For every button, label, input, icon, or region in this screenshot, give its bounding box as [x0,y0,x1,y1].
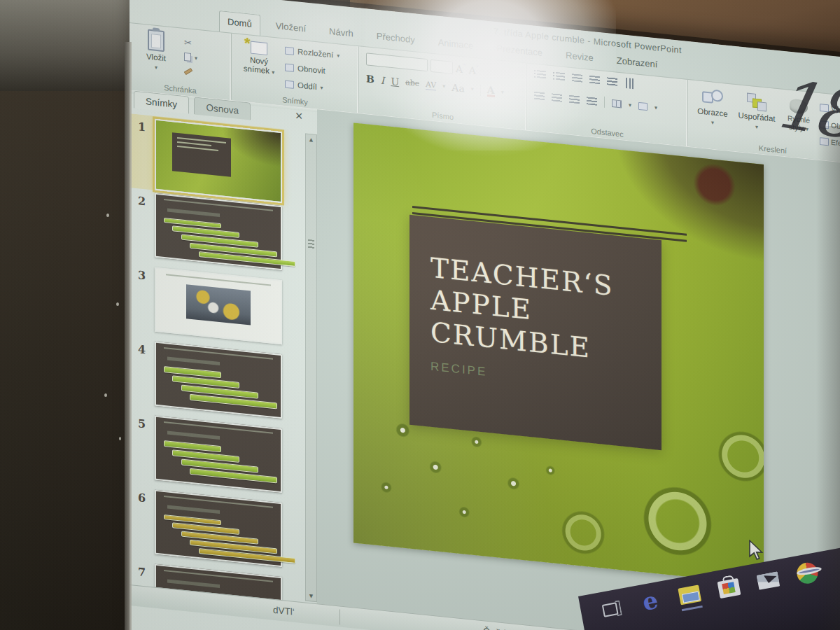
reset-icon [285,63,294,71]
format-painter-icon [184,68,193,75]
format-painter-button[interactable] [184,69,192,74]
slide-thumbnail[interactable] [155,119,282,203]
bold-button[interactable]: B [366,73,374,85]
numbering-icon[interactable] [553,71,565,80]
scrollbar-grip[interactable] [308,239,314,250]
chrome-icon[interactable] [795,561,820,585]
mouse-cursor [748,540,766,563]
slide-canvas[interactable]: TEACHER‘S APPLE CRUMBLE RECIPE [354,123,764,585]
status-fragment: dVTl‘ [273,605,295,617]
ribbon-group-clipboard: Vložit▾ ✂ ▾ Schránka [130,23,232,101]
slide-thumbnail[interactable] [155,267,282,344]
justify-icon[interactable] [587,97,597,106]
divider [604,97,605,108]
copy-button[interactable]: ▾ [184,52,197,62]
scroll-down-icon[interactable]: ▼ [306,592,316,601]
font-size-combobox[interactable] [430,59,453,74]
copy-icon [184,52,191,62]
slide-thumbnail[interactable] [155,416,282,493]
slide-thumbnail[interactable] [155,342,282,419]
wall-speck [104,393,107,397]
text-direction-icon[interactable] [626,78,634,89]
wall-speck [119,437,121,440]
align-left-icon[interactable] [534,91,545,100]
divider [480,84,481,95]
title-placeholder[interactable]: TEACHER‘S APPLE CRUMBLE RECIPE [410,215,662,451]
edge-icon[interactable]: e [638,590,663,615]
paste-icon [148,29,164,52]
bullets-icon[interactable] [534,70,546,79]
section-icon [285,80,294,88]
line-spacing-icon[interactable] [607,77,617,86]
mail-icon[interactable] [757,572,780,590]
paste-button[interactable]: Vložit▾ [136,28,176,73]
screen-frame-edge [125,42,132,630]
language-indicator[interactable]: Čeština [483,626,517,630]
layout-button[interactable]: Rozložení▾ [285,46,340,60]
slide-number: 5 [138,416,146,430]
smartart-convert-icon[interactable] [638,102,648,110]
increase-indent-icon[interactable] [589,76,600,85]
scroll-up-icon[interactable]: ▲ [306,136,316,144]
shrink-font-button[interactable]: A [469,64,479,76]
slide-thumbnail[interactable] [155,193,282,270]
slide-number: 4 [138,342,146,356]
slide-editor: TEACHER‘S APPLE CRUMBLE RECIPE [317,109,840,630]
italic-button[interactable]: I [381,74,385,86]
underline-button[interactable]: U [391,75,399,87]
slide-number: 2 [138,194,146,208]
slides-panel: Snímky Osnova ✕ 1234567 ▲ ▼ [130,90,317,603]
new-slide-button[interactable]: * Nový snímek ▾ [237,40,281,77]
wall-speck [116,302,119,306]
divider [340,609,340,624]
shapes-icon [702,88,723,107]
slide-thumbnail-list: 1234567 [130,113,300,602]
slide-number: 6 [138,491,146,505]
task-view-icon[interactable] [599,597,624,622]
grow-font-button[interactable]: A [456,62,466,75]
align-center-icon[interactable] [552,93,562,102]
panel-scrollbar[interactable]: ▲ ▼ [305,133,317,602]
wall-speck [106,214,109,217]
shapes-button[interactable]: Obrazce▾ [692,88,733,128]
font-color-button[interactable]: A [487,85,495,97]
decrease-indent-icon[interactable] [572,74,582,83]
strikethrough-button[interactable]: abc [405,78,419,88]
cut-button[interactable]: ✂ [184,37,192,48]
align-right-icon[interactable] [569,94,580,104]
slide-photo-content [186,284,251,326]
reset-button[interactable]: Obnovit [285,63,326,76]
character-spacing-button[interactable]: AV [426,79,436,90]
columns-icon[interactable] [612,99,622,107]
arrange-icon [747,93,766,112]
store-icon[interactable] [718,578,741,598]
handwritten-number: 18 [769,64,840,154]
ribbon-group-slides: * Nový snímek ▾ Rozložení▾ Obnovit Oddíl… [232,34,359,113]
slide-thumbnail[interactable] [155,490,282,567]
new-slide-icon: * [251,41,267,55]
change-case-button[interactable]: Aa [451,81,464,94]
file-explorer-icon[interactable] [678,584,701,605]
layout-icon [285,46,294,55]
slide-title-text: TEACHER‘S APPLE CRUMBLE [430,252,640,370]
photo-of-projected-screen: 7. třída Apple crumble - Microsoft Power… [0,0,840,630]
powerpoint-window: 7. třída Apple crumble - Microsoft Power… [130,0,840,630]
slide-number: 7 [138,565,146,579]
slide-number: 1 [138,120,146,134]
close-panel-icon[interactable]: ✕ [295,110,303,122]
scissors-icon: ✂ [184,37,192,48]
slide-number: 3 [138,268,146,282]
section-button[interactable]: Oddíl▾ [285,80,323,92]
font-name-combobox[interactable] [366,52,428,71]
